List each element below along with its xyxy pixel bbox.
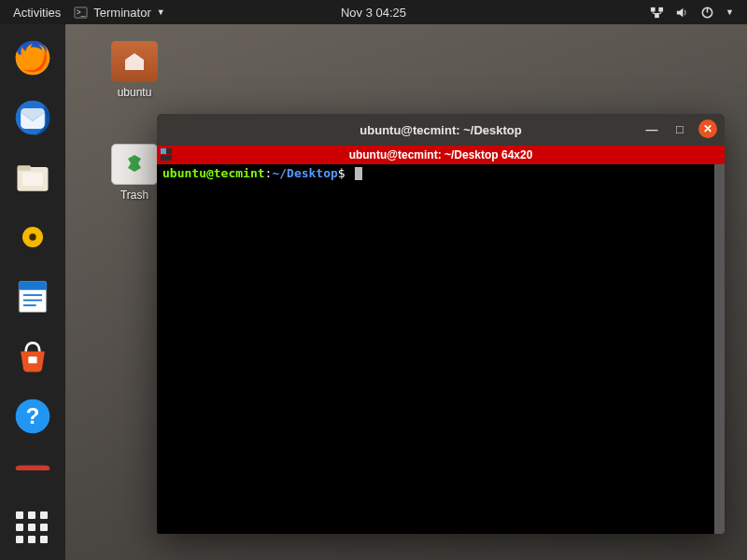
volume-icon[interactable] [675, 6, 689, 20]
prompt-line: ubuntu@tecmint:~/Desktop$ [162, 166, 719, 180]
svg-rect-11 [22, 173, 43, 187]
maximize-button[interactable]: □ [670, 119, 689, 138]
desktop-icon-label: ubuntu [101, 86, 168, 99]
svg-point-14 [29, 233, 35, 240]
prompt-symbol: $ [338, 166, 345, 180]
network-icon[interactable] [650, 6, 664, 20]
svg-rect-20 [28, 357, 36, 363]
svg-text:?: ? [26, 403, 40, 428]
window-title: ubuntu@tecmint: ~/Desktop [359, 123, 521, 137]
clock[interactable]: Nov 3 04:25 [341, 6, 406, 20]
dock-app-partial[interactable] [10, 454, 55, 470]
system-menu-chevron-icon[interactable]: ▼ [726, 7, 734, 17]
dock-app-firefox[interactable] [10, 35, 55, 80]
terminal-scrollbar[interactable] [714, 164, 725, 534]
svg-rect-2 [651, 7, 655, 11]
svg-rect-24 [16, 466, 50, 470]
app-menu-label: Terminator [93, 6, 150, 20]
minimize-button[interactable]: — [642, 119, 661, 138]
power-icon[interactable] [700, 6, 714, 20]
dock-app-libreoffice-writer[interactable] [10, 274, 55, 319]
dock: ? [0, 24, 65, 560]
terminal-area[interactable]: ubuntu@tecmint:~/Desktop$ [157, 164, 725, 534]
desktop-icon-home[interactable]: ubuntu [101, 41, 168, 99]
terminal-icon: >_ [74, 6, 88, 20]
dock-app-thunderbird[interactable] [10, 95, 55, 140]
window-titlebar[interactable]: ubuntu@tecmint: ~/Desktop — □ ✕ [157, 114, 725, 146]
dock-app-files[interactable] [10, 155, 55, 200]
svg-rect-16 [19, 282, 46, 290]
dock-app-software[interactable] [10, 334, 55, 379]
prompt-user: ubuntu@tecmint [162, 166, 265, 180]
cursor [355, 167, 362, 180]
desktop[interactable]: ubuntu Trash ubuntu@tecmint: ~/Desktop —… [65, 24, 747, 560]
dock-app-help[interactable]: ? [10, 394, 55, 439]
show-applications-button[interactable] [16, 511, 49, 545]
prompt-path: ~/Desktop [272, 166, 337, 180]
activities-button[interactable]: Activities [13, 6, 61, 20]
terminator-tab-title: ubuntu@tecmint: ~/Desktop 64x20 [349, 148, 533, 161]
close-button[interactable]: ✕ [698, 119, 717, 138]
svg-rect-3 [658, 7, 663, 11]
app-menu[interactable]: >_ Terminator ▼ [74, 6, 164, 20]
trash-icon [111, 144, 158, 185]
top-bar: Activities >_ Terminator ▼ Nov 3 04:25 ▼ [0, 0, 747, 24]
terminator-split-icon [161, 148, 173, 161]
chevron-down-icon: ▼ [157, 7, 165, 17]
svg-rect-10 [18, 165, 32, 171]
svg-text:>_: >_ [77, 7, 86, 17]
terminator-window[interactable]: ubuntu@tecmint: ~/Desktop — □ ✕ ubuntu@t… [157, 114, 725, 534]
dock-app-rhythmbox[interactable] [10, 215, 55, 259]
terminator-tab-header[interactable]: ubuntu@tecmint: ~/Desktop 64x20 [157, 146, 725, 164]
folder-icon [111, 41, 158, 82]
